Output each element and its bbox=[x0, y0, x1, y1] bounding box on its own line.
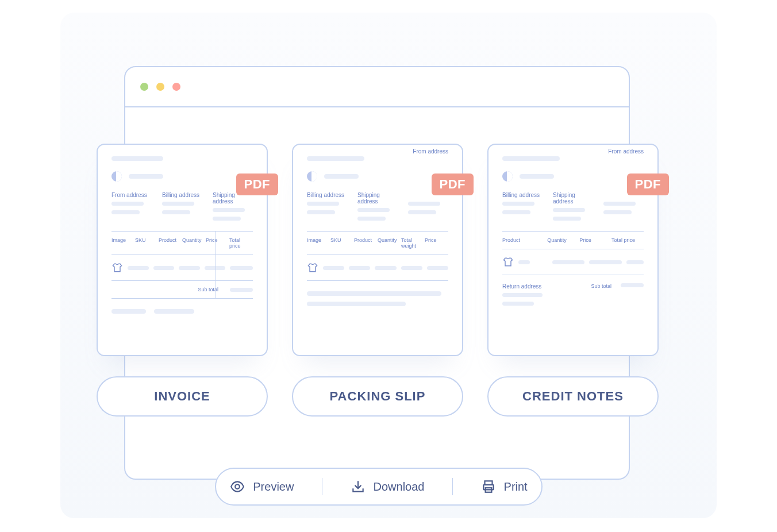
from-address-label: From address bbox=[608, 148, 644, 155]
preview-label: Preview bbox=[253, 480, 294, 494]
placeholder bbox=[111, 210, 140, 214]
table-divider bbox=[216, 232, 216, 298]
window-dot-red bbox=[172, 83, 180, 91]
logo-placeholder-icon bbox=[307, 171, 317, 182]
placeholder bbox=[111, 309, 146, 314]
from-address-label: From address bbox=[111, 192, 152, 198]
shirt-icon bbox=[307, 262, 318, 273]
placeholder bbox=[552, 260, 585, 264]
logo-placeholder-icon bbox=[111, 171, 122, 182]
placeholder bbox=[502, 202, 534, 206]
placeholder bbox=[111, 156, 163, 161]
col-quantity: Quantity bbox=[378, 237, 401, 249]
invoice-card: PDF From address Billing address Shippin… bbox=[97, 144, 268, 356]
document-type-pills: INVOICE PACKING SLIP CREDIT NOTES bbox=[97, 376, 659, 417]
placeholder bbox=[502, 293, 543, 297]
placeholder bbox=[621, 283, 644, 287]
placeholder bbox=[213, 217, 241, 221]
credit-notes-pill[interactable]: CREDIT NOTES bbox=[487, 376, 659, 417]
placeholder bbox=[307, 210, 335, 214]
placeholder bbox=[401, 266, 422, 270]
placeholder bbox=[323, 266, 344, 270]
col-product: Product bbox=[354, 237, 378, 249]
from-address-label: From address bbox=[413, 148, 448, 155]
subtotal-label: Sub total bbox=[591, 283, 611, 289]
download-icon bbox=[351, 479, 366, 494]
col-price: Price bbox=[425, 237, 448, 249]
placeholder bbox=[408, 202, 440, 206]
col-sku: SKU bbox=[135, 237, 159, 249]
placeholder bbox=[357, 217, 386, 221]
shirt-icon bbox=[502, 256, 514, 268]
shirt-icon bbox=[111, 262, 123, 273]
placeholder bbox=[324, 174, 359, 179]
divider bbox=[452, 478, 453, 495]
logo-placeholder-icon bbox=[502, 171, 513, 182]
col-total-price: Total price bbox=[611, 237, 644, 243]
pdf-badge: PDF bbox=[432, 174, 474, 195]
placeholder bbox=[162, 202, 194, 206]
invoice-table-header: Image SKU Product Quantity Price Total p… bbox=[111, 232, 253, 255]
placeholder bbox=[111, 202, 144, 206]
placeholder bbox=[502, 302, 534, 306]
billing-address-label: Billing address bbox=[307, 192, 347, 198]
placeholder bbox=[205, 266, 226, 270]
placeholder bbox=[589, 260, 622, 264]
placeholder bbox=[128, 266, 149, 270]
placeholder bbox=[213, 208, 245, 212]
placeholder bbox=[349, 266, 370, 270]
placeholder bbox=[553, 208, 585, 212]
placeholder bbox=[162, 210, 190, 214]
col-price: Price bbox=[579, 237, 611, 243]
placeholder bbox=[153, 266, 175, 270]
placeholder bbox=[603, 202, 636, 206]
col-total-price: Total price bbox=[229, 237, 253, 249]
return-address-label: Return address bbox=[502, 283, 591, 290]
svg-point-0 bbox=[235, 484, 240, 489]
credit-notes-table-header: Product Quantity Price Total price bbox=[502, 232, 644, 249]
packing-slip-card: From address PDF Billing address Shippin… bbox=[292, 144, 463, 356]
billing-address-label: Billing address bbox=[502, 192, 543, 198]
col-price: Price bbox=[206, 237, 229, 249]
placeholder bbox=[307, 291, 441, 296]
window-dot-yellow bbox=[156, 83, 164, 91]
col-image: Image bbox=[307, 237, 330, 249]
preview-button[interactable]: Preview bbox=[230, 479, 294, 494]
document-cards-row: PDF From address Billing address Shippin… bbox=[97, 144, 659, 356]
placeholder bbox=[179, 266, 200, 270]
credit-notes-card: From address PDF Billing address Shippin… bbox=[487, 144, 659, 356]
placeholder bbox=[307, 202, 339, 206]
col-total-weight: Total weight bbox=[401, 237, 425, 249]
placeholder bbox=[230, 266, 253, 270]
pdf-badge: PDF bbox=[236, 174, 279, 195]
window-dot-green bbox=[140, 83, 148, 91]
placeholder bbox=[520, 174, 554, 179]
invoice-pill[interactable]: INVOICE bbox=[97, 376, 268, 417]
window-chrome bbox=[125, 67, 629, 107]
download-button[interactable]: Download bbox=[351, 479, 425, 494]
placeholder bbox=[502, 156, 560, 161]
col-sku: SKU bbox=[330, 237, 354, 249]
billing-address-label: Billing address bbox=[162, 192, 202, 198]
placeholder bbox=[307, 156, 364, 161]
placeholder bbox=[603, 210, 632, 214]
print-button[interactable]: Print bbox=[481, 479, 528, 494]
placeholder bbox=[230, 288, 253, 292]
placeholder bbox=[154, 309, 194, 314]
placeholder bbox=[375, 266, 396, 270]
col-image: Image bbox=[111, 237, 135, 249]
packing-slip-table-header: Image SKU Product Quantity Total weight … bbox=[307, 232, 448, 255]
download-label: Download bbox=[374, 480, 425, 494]
placeholder bbox=[427, 266, 448, 270]
print-icon bbox=[481, 479, 496, 494]
placeholder bbox=[129, 174, 163, 179]
packing-slip-pill[interactable]: PACKING SLIP bbox=[292, 376, 463, 417]
placeholder bbox=[553, 217, 581, 221]
print-label: Print bbox=[504, 480, 528, 494]
action-bar: Preview Download Print bbox=[215, 468, 543, 506]
col-product: Product bbox=[159, 237, 182, 249]
eye-icon bbox=[230, 479, 245, 494]
col-quantity: Quantity bbox=[182, 237, 206, 249]
placeholder bbox=[357, 208, 390, 212]
col-product: Product bbox=[502, 237, 547, 243]
